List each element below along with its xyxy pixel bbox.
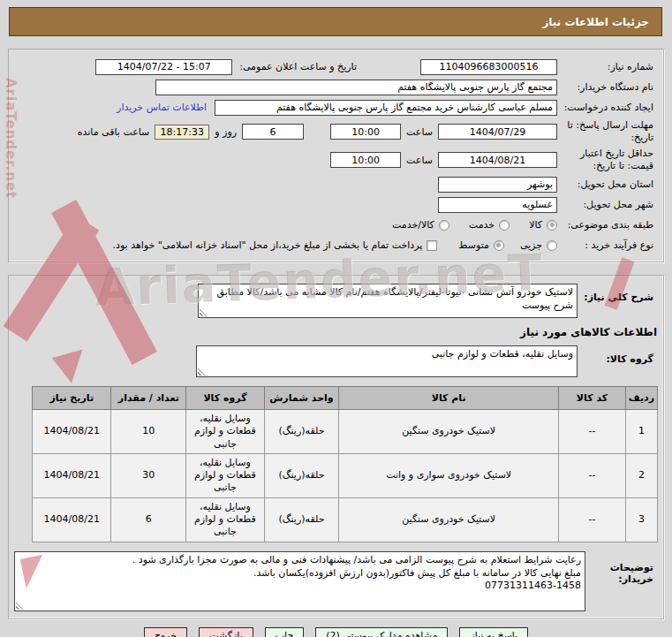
announce-datetime-label: تاریخ و ساعت اعلان عمومی: (239, 61, 357, 73)
respond-to-need-button[interactable]: پاسخ به نیاز (459, 627, 528, 637)
radio-medium[interactable] (494, 240, 504, 251)
page-title: جزئیات اطلاعات نیاز (9, 7, 662, 36)
need-info-panel: شماره نیاز: 1104096683000516 تاریخ و ساع… (8, 49, 664, 262)
subject-classification-row: طبقه بندی موضوعی: کالا خدمت کالا/خدمت (12, 216, 660, 234)
need-number-label: شماره نیاز: (557, 61, 660, 73)
price-validity-label: حداقل تاریخ اعتبار قیمت: تا تاریخ: (557, 148, 660, 172)
radio-medium-label: متوسط (458, 239, 489, 251)
radio-service[interactable] (499, 220, 510, 231)
remaining-suffix-label: ساعت باقی مانده (78, 126, 150, 138)
need-number-row: شماره نیاز: 1104096683000516 تاریخ و ساع… (12, 57, 660, 76)
back-button[interactable]: بازگشت (199, 627, 253, 637)
col-header-row-number: ردیف (625, 387, 657, 410)
deadline-hour-label: ساعت (406, 126, 433, 138)
goods-table-header-row: ردیف کد کالا نام کالا واحد شمارش گروه کا… (33, 387, 658, 410)
radio-service-label: خدمت (469, 219, 495, 231)
table-row: 2 -- لاستیک خودروی سواری و وانت حلقه(رین… (33, 453, 658, 497)
col-header-goods-group: گروه کالا (186, 387, 265, 410)
announce-datetime-input[interactable]: 1404/07/22 - 15:07 (95, 59, 232, 75)
buyer-org-input[interactable]: مجتمع گاز پارس جنوبی پالایشگاه هفتم (155, 80, 557, 95)
requester-row: ایجاد کننده درخواست: مسلم عباسی کارشناس … (12, 98, 660, 117)
goods-group-row: گروه کالا: وسایل نقلیه، قطعات و لوازم جا… (12, 345, 660, 377)
buyer-notes-row: توضیحات خریدار: رعایت شرایط استعلام به ش… (12, 551, 660, 611)
radio-partial-label: جزیی (520, 239, 542, 251)
radio-partial[interactable] (547, 240, 557, 251)
buyer-notes-label: توضیحات خریدار: (585, 551, 660, 587)
delivery-province-label: استان محل تحویل: (557, 178, 660, 191)
delivery-province-row: استان محل تحویل: بوشهر (12, 175, 660, 193)
price-validity-date-input[interactable]: 1404/08/21 (438, 152, 557, 168)
exit-button[interactable]: خروج (144, 627, 187, 637)
resize-grip-icon[interactable] (198, 368, 206, 375)
delivery-city-row: شهر محل تحویل: عسلویه (12, 195, 660, 214)
radio-goods-label: کالا (529, 219, 542, 231)
price-validity-time-input[interactable]: 10:00 (330, 152, 401, 168)
response-deadline-date-input[interactable]: 1404/07/29 (438, 124, 557, 140)
col-header-goods-name: نام کالا (339, 387, 559, 410)
print-button[interactable]: چاپ (265, 627, 305, 637)
goods-table: ردیف کد کالا نام کالا واحد شمارش گروه کا… (32, 386, 658, 542)
table-row: 1 -- لاستیک خودروی سنگین حلقه(رینگ) وسای… (33, 410, 658, 454)
col-header-goods-code: کد کالا (559, 387, 626, 410)
requester-input[interactable]: مسلم عباسی کارشناس خرید مجتمع گاز پارس ج… (215, 100, 557, 116)
col-header-unit: واحد شمارش (264, 387, 338, 410)
response-deadline-row: مهلت ارسال پاسخ: تا تاریخ: 1404/07/29 سا… (12, 118, 660, 145)
col-header-need-date: تاریخ نیاز (33, 387, 111, 410)
days-suffix-label: روز و (215, 126, 237, 138)
buyer-contact-link[interactable]: اطلاعات تماس خریدار (117, 102, 207, 113)
view-attached-docs-button[interactable]: مشاهده مدارک پیوستی (2) (315, 627, 448, 637)
table-row: 3 -- لاستیک خودروی سنگین حلقه(رینگ) وسای… (33, 497, 658, 542)
radio-goods[interactable] (547, 220, 557, 231)
goods-group-textarea[interactable]: وسایل نقلیه، قطعات و لوازم جانبی (196, 345, 578, 377)
general-desc-label: شرح کلی نیاز: (578, 284, 660, 304)
buyer-org-label: نام دستگاه خریدار: (557, 81, 660, 94)
purchase-process-label: نوع فرآیند خرید : (557, 239, 660, 252)
delivery-province-input[interactable]: بوشهر (438, 177, 557, 193)
days-remaining-input[interactable]: 6 (242, 124, 304, 140)
purchase-process-row: نوع فرآیند خرید : جزیی متوسط پرداخت تمام… (12, 236, 660, 254)
subject-classification-label: طبقه بندی موضوعی: (557, 219, 660, 231)
goods-section-header: اطلاعات کالاهای مورد نیاز (12, 326, 657, 338)
col-header-quantity: تعداد / مقدار (111, 387, 186, 410)
radio-goods-service-label: کالا/خدمت (392, 219, 434, 231)
buyer-org-row: نام دستگاه خریدار: مجتمع گاز پارس جنوبی … (12, 78, 660, 96)
resize-grip-icon[interactable] (16, 602, 24, 610)
goods-panel: شرح کلی نیاز: لاستیک خودرو آتش نشانی -تی… (8, 275, 664, 619)
general-desc-textarea[interactable]: لاستیک خودرو آتش نشانی -تیوتا-لیفتر/پالا… (198, 284, 578, 318)
general-desc-row: شرح کلی نیاز: لاستیک خودرو آتش نشانی -تی… (12, 284, 660, 318)
buyer-notes-textarea[interactable]: رعایت شرایط استعلام به شرح پیوست الزامی … (14, 551, 585, 611)
requester-label: ایجاد کننده درخواست: (557, 102, 660, 114)
treasury-checkbox-label: پرداخت تمام یا بخشی از مبلغ خرید،از محل … (113, 239, 423, 251)
goods-group-label: گروه کالا: (578, 345, 660, 366)
delivery-city-input[interactable]: عسلویه (438, 197, 557, 213)
countdown-badge: 18:17:33 (155, 125, 209, 140)
action-button-bar: پاسخ به نیاز مشاهده مدارک پیوستی (2) چاپ… (0, 627, 672, 637)
need-number-input[interactable]: 1104096683000516 (420, 59, 557, 75)
price-validity-row: حداقل تاریخ اعتبار قیمت: تا تاریخ: 1404/… (12, 147, 660, 173)
response-deadline-label: مهلت ارسال پاسخ: تا تاریخ: (557, 119, 660, 144)
radio-goods-service[interactable] (439, 220, 449, 231)
validity-hour-label: ساعت (406, 155, 433, 166)
treasury-checkbox[interactable] (427, 240, 437, 251)
response-deadline-time-input[interactable]: 10:00 (330, 124, 401, 140)
delivery-city-label: شهر محل تحویل: (557, 199, 660, 211)
